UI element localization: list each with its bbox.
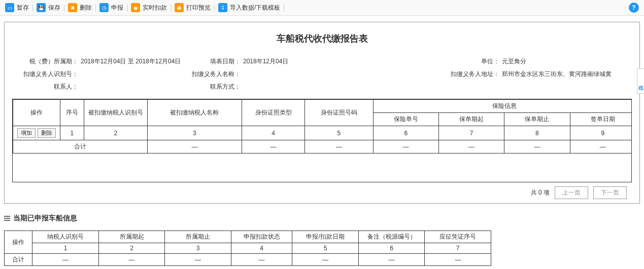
cell-id-type[interactable]: 4 — [242, 126, 305, 140]
save-label: 保存 — [48, 4, 60, 12]
th2-deduct-status: 申报扣款状态 — [231, 231, 292, 243]
sum-cell: — — [373, 140, 438, 153]
unit-value: 元至角分 — [499, 57, 526, 66]
realtime-deduct-button[interactable]: ◉ 实时扣款 — [131, 3, 167, 12]
cell: 3 — [165, 243, 231, 254]
cell-policy-start[interactable]: 7 — [438, 126, 504, 140]
contact-value — [78, 83, 81, 91]
withholder-id-label: 扣缴义务人识别号： — [12, 70, 78, 79]
cell-policy-end[interactable]: 8 — [504, 126, 570, 140]
tempsave-button[interactable]: ▭ 暂存 — [5, 3, 29, 12]
sum-cell: — — [32, 254, 99, 266]
cell: 4 — [231, 243, 292, 254]
th-policy-no: 保险单号 — [373, 113, 438, 126]
pager-total: 共 0 项 — [531, 188, 550, 197]
import-download-label: 导入数据/下载模板 — [230, 4, 280, 12]
contact-label: 联系人： — [12, 83, 78, 91]
declare-label: 申报 — [111, 4, 123, 12]
info-row-2: 扣缴义务人识别号： 扣缴义务人名称： 扣缴义务人地址： 郑州市金水区东三街东、黄… — [12, 70, 632, 79]
import-download-button[interactable]: ↧ 导入数据/下载模板 — [218, 3, 280, 12]
import-icon: ↧ — [218, 3, 227, 12]
table-row: 1 2 3 4 5 6 7 — [5, 243, 491, 254]
th2-voucher-no: 应征凭证序号 — [425, 231, 491, 243]
info-row-1: 税（费）所属期： 2018年12月04日 至 2018年12月04日 填表日期：… — [12, 57, 632, 66]
withholder-id-value — [78, 70, 81, 79]
sum-cell: — — [425, 254, 491, 266]
report-box: 车船税代收代缴报告表 税（费）所属期： 2018年12月04日 至 2018年1… — [4, 22, 640, 204]
th2-remark: 备注（税源编号） — [358, 231, 425, 243]
th2-taxpayer-id: 纳税人识别号 — [32, 231, 99, 243]
th-operation: 操作 — [13, 100, 60, 126]
del-row-button[interactable]: 删除 — [38, 128, 56, 138]
th-withheld-name: 被扣缴纳税人名称 — [147, 100, 242, 126]
main-table: 操作 序号 被扣缴纳税人识别号 被扣缴纳税人名称 身份证照类型 身份证照号码 保… — [13, 99, 632, 153]
print-preview-label: 打印预览 — [186, 4, 211, 12]
withholder-name-label: 扣缴义务人名称： — [185, 70, 241, 79]
sum-cell: — — [165, 254, 231, 266]
print-icon: 🖶 — [175, 3, 184, 12]
sum-label: 合计 — [5, 254, 32, 266]
sum-cell: — — [147, 140, 242, 153]
cell-operation: 增加 删除 — [13, 126, 60, 140]
th2-declare-date: 申报/扣款日期 — [292, 231, 359, 243]
sum-cell: — — [242, 140, 305, 153]
declared-table: 操作 纳税人识别号 所属期起 所属期止 申报扣款状态 申报/扣款日期 备注（税源… — [4, 230, 491, 266]
cell-seq[interactable]: 1 — [60, 126, 84, 140]
withholder-addr-label: 扣缴义务人地址： — [433, 70, 499, 79]
sum-cell: — — [98, 254, 165, 266]
table-sum-row: 合计 — — — — — — — — [5, 254, 491, 266]
table-row: 增加 删除 1 2 3 4 5 6 7 8 9 10 — [13, 126, 632, 140]
table-header-row1: 操作 序号 被扣缴纳税人识别号 被扣缴纳税人名称 身份证照类型 身份证照号码 保… — [13, 100, 632, 113]
save-button[interactable]: 💾 保存 — [37, 3, 60, 12]
th-insurance-group: 保险信息 — [373, 100, 632, 113]
declare-icon: ◷ — [99, 3, 109, 12]
declare-button[interactable]: ◷ 申报 — [99, 3, 123, 12]
th2-period-end: 所属期止 — [165, 231, 231, 243]
tempsave-icon: ▭ — [5, 3, 14, 12]
main-content: 车船税代收代缴报告表 税（费）所属期： 2018年12月04日 至 2018年1… — [0, 22, 644, 266]
th-seq: 序号 — [60, 100, 84, 126]
th2-operation: 操作 — [5, 231, 32, 254]
sum-cell: — — [438, 140, 504, 153]
main-table-scroll[interactable]: 操作 序号 被扣缴纳税人识别号 被扣缴纳税人名称 身份证照类型 身份证照号码 保… — [12, 99, 632, 182]
cell-sign-date[interactable]: 9 — [570, 126, 632, 140]
cell: 1 — [32, 243, 99, 254]
delete-button[interactable]: ✖ 删除 — [68, 3, 92, 12]
period-value: 2018年12月04日 至 2018年12月04日 — [78, 57, 181, 66]
toolbar: ▭ 暂存 💾 保存 ✖ 删除 ◷ 申报 ◉ 实时扣款 🖶 打印预览 ↧ 导入数据… — [0, 0, 644, 16]
cell: 2 — [98, 243, 165, 254]
help-icon-label: ? — [632, 4, 635, 11]
next-page-button[interactable]: 下一页 — [593, 186, 627, 199]
sum-cell: — — [231, 254, 292, 266]
sum-cell: — — [305, 140, 373, 153]
th-policy-start: 保单期起 — [438, 113, 504, 126]
report-title: 车船税代收代缴报告表 — [12, 32, 632, 45]
withholder-addr-value: 郑州市金水区东三街东、黄河路南绿城黄 — [499, 70, 612, 79]
cell-id-number[interactable]: 5 — [305, 126, 373, 140]
delete-icon: ✖ — [68, 3, 77, 12]
cell: 5 — [292, 243, 359, 254]
filldate-value: 2018年12月04日 — [241, 57, 288, 66]
table-header-row: 操作 纳税人识别号 所属期起 所属期止 申报扣款状态 申报/扣款日期 备注（税源… — [5, 231, 491, 243]
cell-withheld-name[interactable]: 3 — [147, 126, 242, 140]
side-online-tab[interactable]: 在线 — [637, 68, 644, 94]
th2-period-start: 所属期起 — [98, 231, 165, 243]
th-id-type: 身份证照类型 — [242, 100, 305, 126]
prev-page-button[interactable]: 上一页 — [555, 186, 588, 199]
cell-withheld-id[interactable]: 2 — [84, 126, 147, 140]
add-row-button[interactable]: 增加 — [17, 128, 36, 138]
contact-tel-label: 联系方式： — [185, 83, 241, 91]
th-withheld-id: 被扣缴纳税人识别号 — [84, 100, 147, 126]
th-policy-end: 保单期止 — [504, 113, 570, 126]
print-preview-button[interactable]: 🖶 打印预览 — [175, 3, 211, 12]
th-id-number: 身份证照号码 — [305, 100, 373, 126]
cell-policy-no[interactable]: 6 — [373, 126, 438, 140]
sum-cell: — — [504, 140, 570, 153]
sum-cell: — — [292, 254, 359, 266]
contact-tel-value — [241, 83, 243, 91]
sum-cell: — — [570, 140, 632, 153]
table-sum-row: 合计 — — — — — — — — — [13, 140, 632, 153]
period-label: 税（费）所属期： — [12, 57, 78, 66]
help-button[interactable]: ? — [629, 3, 639, 13]
info-row-3: 联系人： 联系方式： — [12, 83, 632, 91]
